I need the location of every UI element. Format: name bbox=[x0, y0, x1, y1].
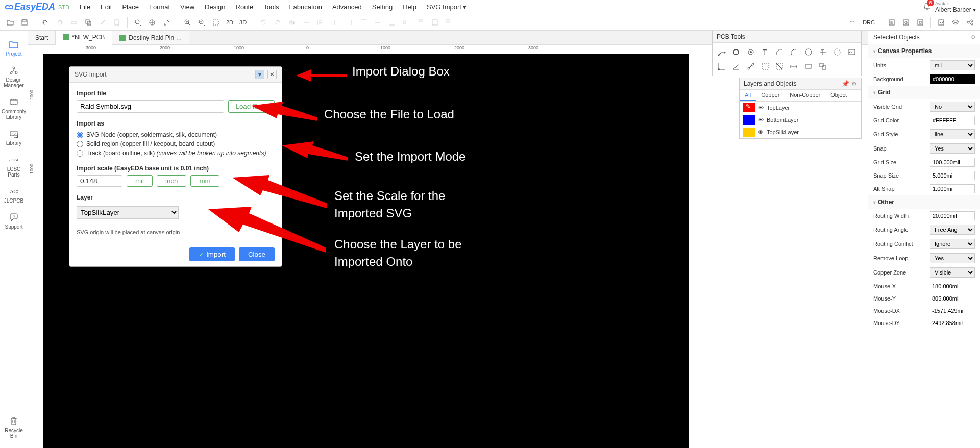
snap-select[interactable]: Yes bbox=[930, 143, 975, 154]
pin-icon[interactable]: 📌 bbox=[842, 80, 849, 87]
layer-row-top[interactable]: 👁TopLayer bbox=[740, 102, 861, 114]
tab-destiny-raid[interactable]: Destiny Raid Pin … bbox=[112, 31, 189, 44]
import-scale-input[interactable] bbox=[77, 175, 122, 187]
group-tool-icon[interactable] bbox=[817, 60, 829, 72]
grid-style-select[interactable]: line bbox=[930, 129, 975, 139]
copper-zone-select[interactable]: Visible bbox=[930, 267, 975, 278]
save-icon[interactable] bbox=[18, 16, 31, 29]
layers-icon[interactable] bbox=[949, 16, 962, 29]
sidebar-design-manager[interactable]: Design Manager bbox=[1, 61, 27, 92]
image-tool-icon[interactable] bbox=[846, 46, 858, 58]
gear-icon[interactable]: ⚙ bbox=[851, 80, 857, 87]
grid-section[interactable]: Grid bbox=[868, 86, 980, 99]
sidebar-lcsc-parts[interactable]: LCSC LCSC Parts bbox=[1, 150, 27, 182]
pad-tool-icon[interactable] bbox=[730, 46, 742, 58]
sidebar-library[interactable]: Library bbox=[1, 124, 27, 150]
align-right-icon[interactable] bbox=[343, 16, 355, 29]
layer-select[interactable]: TopSilkLayer bbox=[77, 206, 179, 219]
zoom-out-icon[interactable] bbox=[195, 16, 208, 29]
via-tool-icon[interactable] bbox=[745, 46, 757, 58]
sidebar-commonly-library[interactable]: Commonly Library bbox=[1, 92, 27, 124]
tab-start[interactable]: Start bbox=[28, 31, 56, 44]
layer-row-topsilk[interactable]: 👁TopSilkLayer bbox=[740, 126, 861, 138]
flip-h-icon[interactable] bbox=[286, 16, 298, 29]
remove-loop-select[interactable]: Yes bbox=[930, 253, 975, 263]
arc2-tool-icon[interactable] bbox=[788, 46, 800, 58]
protractor-icon[interactable] bbox=[730, 60, 742, 72]
eye-icon[interactable]: 👁 bbox=[758, 129, 764, 135]
cut-icon[interactable] bbox=[96, 16, 109, 29]
eye-icon[interactable]: 👁 bbox=[758, 105, 764, 111]
distribute-h-icon[interactable] bbox=[400, 16, 412, 29]
layers-tab-object[interactable]: Object bbox=[825, 90, 852, 101]
dialog-titlebar[interactable]: SVG Import ▾ ✕ bbox=[69, 67, 282, 83]
image-icon[interactable] bbox=[935, 16, 947, 29]
paste-icon[interactable] bbox=[111, 16, 123, 29]
sidebar-support[interactable]: ? Support bbox=[1, 208, 27, 234]
routing-angle-select[interactable]: Free Ang bbox=[930, 225, 975, 235]
sidebar-project[interactable]: Project bbox=[1, 35, 27, 61]
menu-fabrication[interactable]: Fabrication bbox=[284, 1, 327, 13]
routing-width-input[interactable] bbox=[930, 211, 975, 220]
menu-setting[interactable]: Setting bbox=[367, 1, 398, 13]
pcb-tools-title[interactable]: PCB Tools— bbox=[713, 31, 861, 43]
minimize-icon[interactable]: — bbox=[851, 33, 857, 40]
import-file-input[interactable] bbox=[77, 100, 224, 113]
connect-pad-icon[interactable] bbox=[745, 60, 757, 72]
notifications-icon[interactable]: 6 bbox=[923, 2, 931, 12]
hole-tool-icon[interactable] bbox=[831, 46, 843, 58]
grid-color-input[interactable] bbox=[930, 116, 975, 125]
menu-help[interactable]: Help bbox=[398, 1, 422, 13]
cross-probe-icon[interactable] bbox=[146, 16, 158, 29]
tab-new-pcb[interactable]: *NEW_PCB bbox=[56, 31, 112, 45]
layers-panel-title[interactable]: Layers and Objects 📌⚙ bbox=[740, 78, 861, 90]
align-left-icon[interactable] bbox=[314, 16, 327, 29]
canvas-origin-icon[interactable] bbox=[716, 60, 728, 72]
move-tool-icon[interactable] bbox=[817, 46, 829, 58]
menu-format[interactable]: Format bbox=[144, 1, 175, 13]
eye-icon[interactable]: 👁 bbox=[758, 117, 764, 123]
align-bottom-icon[interactable] bbox=[386, 16, 398, 29]
align-center-icon[interactable] bbox=[329, 16, 341, 29]
copy-icon[interactable] bbox=[82, 16, 94, 29]
align-middle-icon[interactable] bbox=[372, 16, 384, 29]
menu-edit[interactable]: Edit bbox=[95, 1, 117, 13]
import-as-svg-node-radio[interactable] bbox=[77, 132, 83, 138]
background-color-input[interactable]: #000000 bbox=[930, 74, 975, 84]
layers-tab-noncopper[interactable]: Non-Copper bbox=[785, 90, 825, 101]
rect-tool-icon[interactable] bbox=[802, 60, 815, 72]
search-icon[interactable] bbox=[132, 16, 144, 29]
sidebar-recycle-bin[interactable]: Recycle Bin bbox=[1, 411, 27, 443]
visible-grid-select[interactable]: No bbox=[930, 102, 975, 112]
measure-icon[interactable] bbox=[788, 60, 800, 72]
zoom-in-icon[interactable] bbox=[181, 16, 193, 29]
gerber-icon[interactable]: G bbox=[900, 16, 912, 29]
rotate-left-icon[interactable] bbox=[257, 16, 270, 29]
track-tool-icon[interactable] bbox=[716, 46, 728, 58]
align-top-icon[interactable] bbox=[357, 16, 370, 29]
open-icon[interactable] bbox=[4, 16, 16, 29]
layers-tab-copper[interactable]: Copper bbox=[756, 90, 785, 101]
view-2d-button[interactable]: 2D bbox=[224, 19, 235, 26]
autoroute-icon[interactable] bbox=[846, 16, 859, 29]
arc-tool-icon[interactable] bbox=[773, 46, 786, 58]
undo-icon[interactable] bbox=[39, 16, 52, 29]
redo-icon[interactable] bbox=[54, 16, 66, 29]
print-icon[interactable] bbox=[68, 16, 80, 29]
menu-route[interactable]: Route bbox=[231, 1, 259, 13]
dialog-close-icon[interactable]: ✕ bbox=[267, 70, 277, 79]
pick-place-icon[interactable] bbox=[914, 16, 926, 29]
routing-conflict-select[interactable]: Ignore bbox=[930, 239, 975, 249]
menu-file[interactable]: File bbox=[75, 1, 95, 13]
rotate-right-icon[interactable] bbox=[272, 16, 284, 29]
flip-v-icon[interactable] bbox=[300, 16, 312, 29]
unit-mil-button[interactable]: mil bbox=[127, 175, 153, 187]
circle-tool-icon[interactable] bbox=[802, 46, 815, 58]
ungroup-icon[interactable] bbox=[443, 16, 455, 29]
menu-svg-import[interactable]: SVG Import ▾ bbox=[422, 1, 472, 13]
text-tool-icon[interactable]: T bbox=[759, 46, 771, 58]
canvas-props-section[interactable]: Canvas Properties bbox=[868, 44, 980, 58]
snap-size-input[interactable] bbox=[930, 171, 975, 180]
import-as-solid-region-radio[interactable] bbox=[77, 141, 83, 147]
drc-button[interactable]: DRC bbox=[861, 19, 877, 26]
